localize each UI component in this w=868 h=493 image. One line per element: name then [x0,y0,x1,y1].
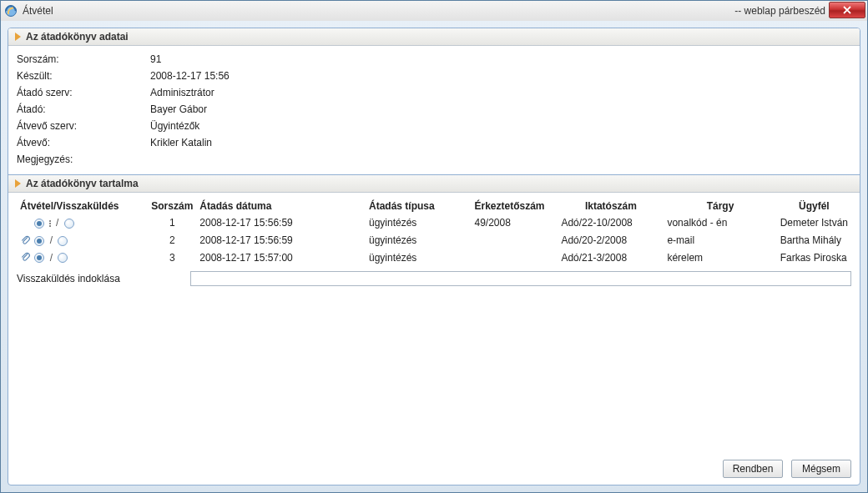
details-body: Sorszám:91 Készült:2008-12-17 15:56 Átad… [8,46,860,174]
kv-label: Átadó szerv: [17,87,150,98]
cell-datum: 2008-12-17 15:56:59 [196,232,366,249]
kv-label: Átvevő: [17,137,150,148]
drag-dots-icon [49,219,51,228]
kv-label: Megjegyzés: [17,153,150,165]
cell-tipus: ügyintézés [366,232,471,249]
radio-separator: / [56,217,58,229]
radio-separator: / [50,252,53,264]
kv-value: Bayer Gábor [150,103,207,115]
kv-label: Sorszám: [17,53,150,65]
cell-ugyfel: Bartha Mihály [777,232,851,249]
cell-ikt: Adó/21-3/2008 [558,249,664,267]
col-sorszam: Sorszám [148,198,196,214]
cell-tipus: ügyintézés [366,214,471,232]
titlebar: Átvétel -- weblap párbeszéd [1,1,867,21]
col-tipus: Átadás típusa [366,198,471,214]
section-header-details: Az átadókönyv adatai [8,28,860,46]
cell-sorszam: 3 [148,249,196,267]
ok-button[interactable]: Rendben [723,460,783,478]
section-header-content: Az átadókönyv tartalma [8,175,860,193]
kv-value: Krikler Katalin [150,137,212,148]
content-area: Az átadókönyv adatai Sorszám:91 Készült:… [1,21,867,492]
return-radio[interactable] [64,219,74,229]
section-title-content: Az átadókönyv tartalma [26,178,139,189]
return-reason-row: Visszaküldés indoklása [17,271,851,286]
cell-datum: 2008-12-17 15:56:59 [196,214,366,232]
accept-radio[interactable] [34,219,44,229]
kv-row: Átadó szerv:Adminisztrátor [17,84,851,101]
kv-value: 2008-12-17 15:56 [150,70,230,82]
cell-tipus: ügyintézés [366,249,471,267]
cell-atvetel: / [17,232,148,249]
table-row: / 1 2008-12-17 15:56:59 ügyintézés 49/20… [17,214,851,232]
cell-targy: vonalkód - én [664,214,776,232]
triangle-icon [15,33,21,41]
col-ikt: Iktatószám [558,198,664,214]
cell-sorszam: 1 [148,214,196,232]
col-datum: Átadás dátuma [196,198,366,214]
cell-targy: e-mail [664,232,776,249]
table-wrap: Átvétel/Visszaküldés Sorszám Átadás dátu… [8,193,860,291]
content-table: Átvétel/Visszaküldés Sorszám Átadás dátu… [17,198,851,266]
radio-separator: / [50,234,53,246]
triangle-icon [15,179,21,188]
attachment-icon[interactable] [20,252,32,264]
cell-ikt: Adó/22-10/2008 [558,214,664,232]
kv-row: Készült:2008-12-17 15:56 [17,68,851,84]
accept-radio[interactable] [34,236,44,246]
table-header-row: Átvétel/Visszaküldés Sorszám Átadás dátu… [17,198,851,214]
window-title: Átvétel [23,5,734,17]
close-button[interactable] [829,2,865,18]
cell-ugyfel: Demeter István [777,214,851,232]
button-row: Rendben Mégsem [8,455,860,485]
accept-radio[interactable] [34,253,44,263]
cell-erk [471,232,558,249]
cell-erk [471,249,558,267]
kv-label: Készült: [17,70,150,82]
cell-datum: 2008-12-17 15:57:00 [196,249,366,267]
attachment-icon[interactable] [20,235,32,247]
ie-icon [4,4,18,18]
cell-atvetel: / [17,214,148,232]
kv-row: Átvevő szerv:Ügyintézők [17,118,851,134]
kv-row: Megjegyzés: [17,151,851,168]
kv-value: Ügyintézők [150,120,199,132]
cell-atvetel: / [17,249,148,267]
return-radio[interactable] [58,253,68,263]
kv-row: Átadó:Bayer Gábor [17,101,851,118]
return-reason-input[interactable] [190,271,851,286]
kv-value: Adminisztrátor [150,87,214,98]
cell-ikt: Adó/20-2/2008 [558,232,664,249]
col-erk: Érkeztetőszám [471,198,558,214]
cell-erk: 49/2008 [471,214,558,232]
return-reason-label: Visszaküldés indoklása [17,273,184,284]
window-subtitle: -- weblap párbeszéd [734,5,825,17]
kv-row: Sorszám:91 [17,51,851,68]
main-panel: Az átadókönyv adatai Sorszám:91 Készült:… [8,28,860,485]
return-radio[interactable] [58,236,68,246]
cancel-button[interactable]: Mégsem [791,460,851,478]
kv-label: Átadó: [17,103,150,115]
cell-targy: kérelem [664,249,776,267]
section-title-details: Az átadókönyv adatai [26,31,129,43]
table-row: / 3 2008-12-17 15:57:00 ügyintézés Adó/2… [17,249,851,267]
dialog-window: Átvétel -- weblap párbeszéd Az átadóköny… [0,0,868,493]
svg-point-0 [6,6,17,17]
table-row: / 2 2008-12-17 15:56:59 ügyintézés Adó/2… [17,232,851,249]
col-atvetel: Átvétel/Visszaküldés [17,198,148,214]
kv-row: Átvevő:Krikler Katalin [17,134,851,151]
col-targy: Tárgy [664,198,776,214]
kv-label: Átvevő szerv: [17,120,150,132]
col-ugyfel: Ügyfél [777,198,851,214]
kv-value: 91 [150,53,161,65]
cell-ugyfel: Farkas Piroska [777,249,851,267]
cell-sorszam: 2 [148,232,196,249]
